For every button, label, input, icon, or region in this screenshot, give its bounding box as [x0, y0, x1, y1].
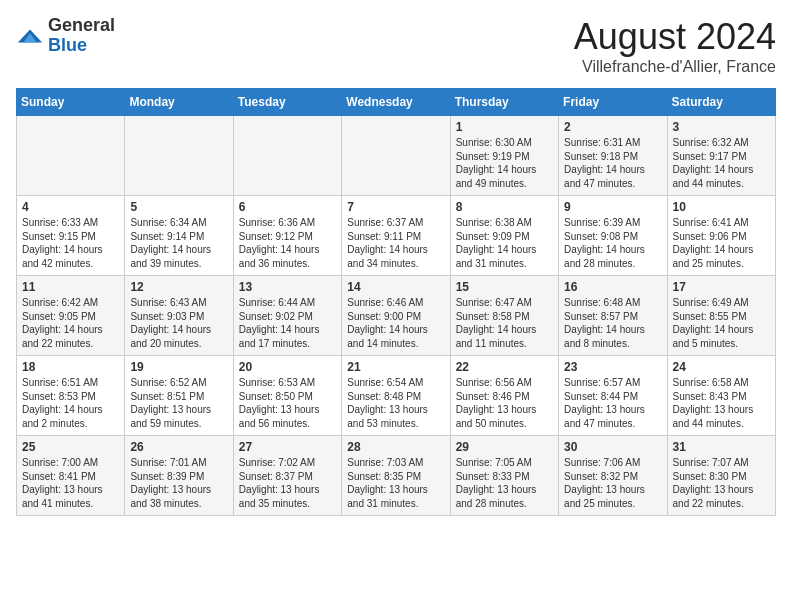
calendar-cell: 26Sunrise: 7:01 AM Sunset: 8:39 PM Dayli…	[125, 436, 233, 516]
weekday-header: Wednesday	[342, 89, 450, 116]
calendar-cell	[342, 116, 450, 196]
logo-general: General	[48, 16, 115, 36]
day-info: Sunrise: 6:36 AM Sunset: 9:12 PM Dayligh…	[239, 216, 336, 270]
day-info: Sunrise: 6:46 AM Sunset: 9:00 PM Dayligh…	[347, 296, 444, 350]
day-info: Sunrise: 7:03 AM Sunset: 8:35 PM Dayligh…	[347, 456, 444, 510]
day-number: 15	[456, 280, 553, 294]
day-info: Sunrise: 6:52 AM Sunset: 8:51 PM Dayligh…	[130, 376, 227, 430]
day-number: 22	[456, 360, 553, 374]
day-number: 10	[673, 200, 770, 214]
day-number: 12	[130, 280, 227, 294]
day-info: Sunrise: 6:33 AM Sunset: 9:15 PM Dayligh…	[22, 216, 119, 270]
calendar-cell: 5Sunrise: 6:34 AM Sunset: 9:14 PM Daylig…	[125, 196, 233, 276]
day-number: 28	[347, 440, 444, 454]
calendar-cell: 27Sunrise: 7:02 AM Sunset: 8:37 PM Dayli…	[233, 436, 341, 516]
logo-text: General Blue	[48, 16, 115, 56]
day-number: 3	[673, 120, 770, 134]
day-info: Sunrise: 6:44 AM Sunset: 9:02 PM Dayligh…	[239, 296, 336, 350]
day-number: 16	[564, 280, 661, 294]
day-number: 7	[347, 200, 444, 214]
day-info: Sunrise: 6:43 AM Sunset: 9:03 PM Dayligh…	[130, 296, 227, 350]
weekday-header-row: SundayMondayTuesdayWednesdayThursdayFrid…	[17, 89, 776, 116]
day-number: 31	[673, 440, 770, 454]
day-number: 23	[564, 360, 661, 374]
weekday-header: Friday	[559, 89, 667, 116]
location: Villefranche-d'Allier, France	[574, 58, 776, 76]
day-info: Sunrise: 6:41 AM Sunset: 9:06 PM Dayligh…	[673, 216, 770, 270]
day-info: Sunrise: 6:58 AM Sunset: 8:43 PM Dayligh…	[673, 376, 770, 430]
calendar-cell: 15Sunrise: 6:47 AM Sunset: 8:58 PM Dayli…	[450, 276, 558, 356]
calendar-cell: 1Sunrise: 6:30 AM Sunset: 9:19 PM Daylig…	[450, 116, 558, 196]
day-number: 19	[130, 360, 227, 374]
weekday-header: Thursday	[450, 89, 558, 116]
day-info: Sunrise: 6:42 AM Sunset: 9:05 PM Dayligh…	[22, 296, 119, 350]
day-info: Sunrise: 6:34 AM Sunset: 9:14 PM Dayligh…	[130, 216, 227, 270]
day-number: 17	[673, 280, 770, 294]
day-info: Sunrise: 6:53 AM Sunset: 8:50 PM Dayligh…	[239, 376, 336, 430]
calendar-cell: 20Sunrise: 6:53 AM Sunset: 8:50 PM Dayli…	[233, 356, 341, 436]
calendar-table: SundayMondayTuesdayWednesdayThursdayFrid…	[16, 88, 776, 516]
calendar-cell: 13Sunrise: 6:44 AM Sunset: 9:02 PM Dayli…	[233, 276, 341, 356]
day-number: 27	[239, 440, 336, 454]
calendar-cell: 12Sunrise: 6:43 AM Sunset: 9:03 PM Dayli…	[125, 276, 233, 356]
calendar-cell: 9Sunrise: 6:39 AM Sunset: 9:08 PM Daylig…	[559, 196, 667, 276]
calendar-week-row: 11Sunrise: 6:42 AM Sunset: 9:05 PM Dayli…	[17, 276, 776, 356]
calendar-cell: 30Sunrise: 7:06 AM Sunset: 8:32 PM Dayli…	[559, 436, 667, 516]
day-number: 8	[456, 200, 553, 214]
calendar-week-row: 1Sunrise: 6:30 AM Sunset: 9:19 PM Daylig…	[17, 116, 776, 196]
day-number: 26	[130, 440, 227, 454]
calendar-cell: 4Sunrise: 6:33 AM Sunset: 9:15 PM Daylig…	[17, 196, 125, 276]
calendar-week-row: 25Sunrise: 7:00 AM Sunset: 8:41 PM Dayli…	[17, 436, 776, 516]
month-title: August 2024	[574, 16, 776, 58]
weekday-header: Sunday	[17, 89, 125, 116]
logo: General Blue	[16, 16, 115, 56]
calendar-cell: 21Sunrise: 6:54 AM Sunset: 8:48 PM Dayli…	[342, 356, 450, 436]
calendar-cell: 6Sunrise: 6:36 AM Sunset: 9:12 PM Daylig…	[233, 196, 341, 276]
day-info: Sunrise: 7:02 AM Sunset: 8:37 PM Dayligh…	[239, 456, 336, 510]
day-info: Sunrise: 6:51 AM Sunset: 8:53 PM Dayligh…	[22, 376, 119, 430]
weekday-header: Tuesday	[233, 89, 341, 116]
calendar-cell	[17, 116, 125, 196]
calendar-cell: 8Sunrise: 6:38 AM Sunset: 9:09 PM Daylig…	[450, 196, 558, 276]
day-info: Sunrise: 6:56 AM Sunset: 8:46 PM Dayligh…	[456, 376, 553, 430]
calendar-cell: 18Sunrise: 6:51 AM Sunset: 8:53 PM Dayli…	[17, 356, 125, 436]
calendar-cell	[125, 116, 233, 196]
calendar-cell: 11Sunrise: 6:42 AM Sunset: 9:05 PM Dayli…	[17, 276, 125, 356]
day-number: 14	[347, 280, 444, 294]
calendar-cell: 25Sunrise: 7:00 AM Sunset: 8:41 PM Dayli…	[17, 436, 125, 516]
calendar-cell: 7Sunrise: 6:37 AM Sunset: 9:11 PM Daylig…	[342, 196, 450, 276]
calendar-cell: 29Sunrise: 7:05 AM Sunset: 8:33 PM Dayli…	[450, 436, 558, 516]
calendar-cell: 28Sunrise: 7:03 AM Sunset: 8:35 PM Dayli…	[342, 436, 450, 516]
day-number: 21	[347, 360, 444, 374]
calendar-cell	[233, 116, 341, 196]
day-number: 24	[673, 360, 770, 374]
day-number: 25	[22, 440, 119, 454]
calendar-cell: 2Sunrise: 6:31 AM Sunset: 9:18 PM Daylig…	[559, 116, 667, 196]
day-info: Sunrise: 7:06 AM Sunset: 8:32 PM Dayligh…	[564, 456, 661, 510]
calendar-cell: 24Sunrise: 6:58 AM Sunset: 8:43 PM Dayli…	[667, 356, 775, 436]
page-header: General Blue August 2024 Villefranche-d'…	[16, 16, 776, 76]
logo-icon	[16, 22, 44, 50]
day-info: Sunrise: 6:32 AM Sunset: 9:17 PM Dayligh…	[673, 136, 770, 190]
day-info: Sunrise: 6:57 AM Sunset: 8:44 PM Dayligh…	[564, 376, 661, 430]
day-number: 6	[239, 200, 336, 214]
day-info: Sunrise: 7:05 AM Sunset: 8:33 PM Dayligh…	[456, 456, 553, 510]
day-info: Sunrise: 6:48 AM Sunset: 8:57 PM Dayligh…	[564, 296, 661, 350]
day-number: 1	[456, 120, 553, 134]
day-info: Sunrise: 6:31 AM Sunset: 9:18 PM Dayligh…	[564, 136, 661, 190]
weekday-header: Monday	[125, 89, 233, 116]
day-number: 29	[456, 440, 553, 454]
day-number: 18	[22, 360, 119, 374]
day-number: 4	[22, 200, 119, 214]
day-info: Sunrise: 6:37 AM Sunset: 9:11 PM Dayligh…	[347, 216, 444, 270]
day-info: Sunrise: 6:49 AM Sunset: 8:55 PM Dayligh…	[673, 296, 770, 350]
calendar-cell: 10Sunrise: 6:41 AM Sunset: 9:06 PM Dayli…	[667, 196, 775, 276]
calendar-cell: 22Sunrise: 6:56 AM Sunset: 8:46 PM Dayli…	[450, 356, 558, 436]
day-number: 2	[564, 120, 661, 134]
day-info: Sunrise: 6:30 AM Sunset: 9:19 PM Dayligh…	[456, 136, 553, 190]
logo-blue: Blue	[48, 36, 115, 56]
weekday-header: Saturday	[667, 89, 775, 116]
day-number: 20	[239, 360, 336, 374]
day-info: Sunrise: 6:39 AM Sunset: 9:08 PM Dayligh…	[564, 216, 661, 270]
calendar-cell: 14Sunrise: 6:46 AM Sunset: 9:00 PM Dayli…	[342, 276, 450, 356]
